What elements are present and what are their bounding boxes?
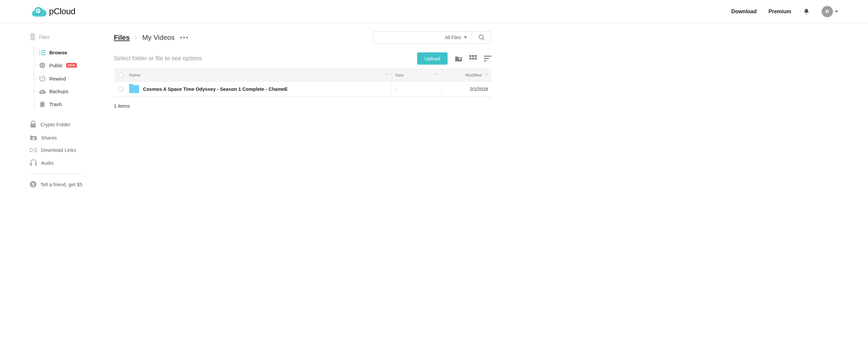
svg-rect-27 bbox=[475, 58, 477, 60]
sidebar-item-rewind[interactable]: Rewind bbox=[34, 72, 106, 85]
globe-icon bbox=[39, 62, 46, 68]
sidebar-root-files[interactable]: Files bbox=[30, 33, 106, 40]
sidebar-item-label: Browse bbox=[49, 50, 67, 55]
svg-rect-28 bbox=[484, 56, 491, 57]
breadcrumb-current: My Videos bbox=[142, 33, 175, 41]
sort-asc-icon: ⌃ bbox=[485, 73, 488, 77]
svg-rect-30 bbox=[484, 60, 487, 61]
more-options-icon[interactable]: ••• bbox=[180, 34, 189, 41]
history-icon bbox=[39, 75, 46, 82]
sidebar-item-label: Download Links bbox=[41, 147, 76, 153]
folder-icon bbox=[129, 85, 139, 93]
avatar: R bbox=[822, 6, 833, 17]
header: P pCloud Download Premium R bbox=[0, 0, 868, 23]
grid-view-icon[interactable] bbox=[469, 55, 477, 62]
logo-text: pCloud bbox=[49, 6, 75, 17]
link-icon bbox=[30, 148, 37, 152]
search-group: All Files bbox=[373, 31, 491, 44]
logo-mark-icon: P bbox=[30, 5, 46, 18]
sidebar-item-label: Backups bbox=[49, 88, 68, 94]
column-label: Name bbox=[127, 73, 141, 78]
svg-rect-14 bbox=[30, 163, 32, 166]
sidebar-audio[interactable]: Audio bbox=[30, 156, 106, 169]
column-size[interactable]: Size ⌃ bbox=[392, 69, 442, 81]
table-header: Name ⌃ Size ⌃ Modified ⌃ bbox=[114, 69, 491, 82]
sidebar-crypto-folder[interactable]: Crypto Folder bbox=[30, 117, 106, 131]
filter-label: All Files bbox=[445, 35, 461, 40]
column-label: Size bbox=[395, 73, 404, 78]
sidebar-item-label: Audio bbox=[41, 160, 54, 166]
header-right: Download Premium R bbox=[731, 6, 838, 17]
list-icon bbox=[39, 50, 46, 55]
select-all-checkbox[interactable] bbox=[118, 73, 123, 78]
svg-rect-21 bbox=[460, 57, 460, 60]
premium-link[interactable]: Premium bbox=[769, 9, 791, 15]
item-count: 1 items bbox=[114, 103, 491, 109]
column-label: Modified bbox=[465, 73, 482, 78]
toolbar: Select folder or file to see options Upl… bbox=[114, 52, 491, 68]
sidebar-item-label: Shares bbox=[41, 135, 57, 141]
svg-rect-26 bbox=[472, 58, 474, 60]
sidebar-root-label: Files bbox=[39, 34, 50, 40]
chevron-down-icon bbox=[835, 10, 838, 12]
shared-folder-icon bbox=[30, 135, 37, 141]
sidebar-referral[interactable]: $ Tell a friend, get $5 bbox=[30, 178, 106, 191]
lock-icon bbox=[30, 121, 36, 128]
row-checkbox[interactable] bbox=[118, 86, 123, 91]
svg-text:P: P bbox=[37, 9, 40, 13]
chevron-down-icon bbox=[464, 36, 467, 38]
sidebar-item-public[interactable]: Public NEW bbox=[34, 59, 106, 72]
main-content: Files › My Videos ••• All Files Select f… bbox=[106, 23, 503, 191]
sort-asc-icon: ⌃ bbox=[385, 73, 388, 77]
sidebar-item-browse[interactable]: Browse bbox=[34, 47, 106, 59]
cloud-upload-icon bbox=[39, 89, 46, 94]
sidebar-item-backups[interactable]: Backups bbox=[34, 85, 106, 97]
sidebar-item-label: Trash bbox=[49, 102, 62, 107]
bell-icon[interactable] bbox=[803, 8, 810, 15]
svg-rect-23 bbox=[472, 55, 474, 57]
sidebar-item-label: Public bbox=[49, 63, 63, 68]
headphones-icon bbox=[30, 160, 37, 166]
sidebar: Files Browse Public NEW Rewind bbox=[0, 23, 106, 191]
column-modified[interactable]: Modified ⌃ bbox=[442, 69, 491, 81]
svg-rect-15 bbox=[35, 163, 37, 166]
svg-point-13 bbox=[33, 137, 34, 139]
sidebar-shares[interactable]: Shares bbox=[30, 131, 106, 144]
svg-rect-24 bbox=[475, 55, 477, 57]
filter-dropdown[interactable]: All Files bbox=[373, 31, 472, 44]
logo[interactable]: P pCloud bbox=[30, 5, 75, 18]
search-button[interactable] bbox=[472, 31, 491, 44]
search-icon bbox=[479, 34, 485, 40]
row-size: - bbox=[395, 86, 397, 92]
file-table: Name ⌃ Size ⌃ Modified ⌃ Cosmos A Spa bbox=[114, 68, 491, 97]
svg-point-18 bbox=[479, 35, 483, 39]
row-name: Cosmos A Space Time Odyssey - Season 1 C… bbox=[143, 86, 288, 92]
breadcrumb-root[interactable]: Files bbox=[114, 33, 130, 41]
download-link[interactable]: Download bbox=[731, 9, 756, 15]
sidebar-item-label: Crypto Folder bbox=[40, 122, 70, 127]
row-modified: 2/1/2018 bbox=[470, 86, 488, 92]
selection-hint: Select folder or file to see options bbox=[114, 55, 202, 62]
sidebar-item-label: Tell a friend, get $5 bbox=[40, 181, 83, 187]
svg-rect-29 bbox=[484, 58, 489, 59]
dollar-icon: $ bbox=[30, 181, 36, 188]
table-row[interactable]: Cosmos A Space Time Odyssey - Season 1 C… bbox=[114, 82, 491, 97]
svg-rect-25 bbox=[469, 58, 471, 60]
svg-rect-12 bbox=[30, 123, 36, 127]
new-badge: NEW bbox=[66, 63, 77, 67]
svg-line-19 bbox=[483, 38, 484, 40]
user-menu[interactable]: R bbox=[822, 6, 838, 17]
upload-button[interactable]: Upload bbox=[417, 52, 447, 65]
sort-asc-icon: ⌃ bbox=[435, 73, 438, 77]
new-folder-icon[interactable] bbox=[455, 55, 462, 62]
sidebar-item-label: Rewind bbox=[49, 76, 66, 82]
file-icon bbox=[30, 33, 36, 40]
sidebar-download-links[interactable]: Download Links bbox=[30, 144, 106, 156]
breadcrumb: Files › My Videos ••• bbox=[114, 33, 189, 41]
sidebar-item-trash[interactable]: Trash bbox=[34, 97, 106, 111]
trash-icon bbox=[39, 101, 46, 107]
sort-icon[interactable] bbox=[484, 55, 491, 62]
column-name[interactable]: Name ⌃ bbox=[127, 69, 392, 81]
divider bbox=[30, 173, 83, 174]
svg-text:$: $ bbox=[32, 182, 34, 187]
